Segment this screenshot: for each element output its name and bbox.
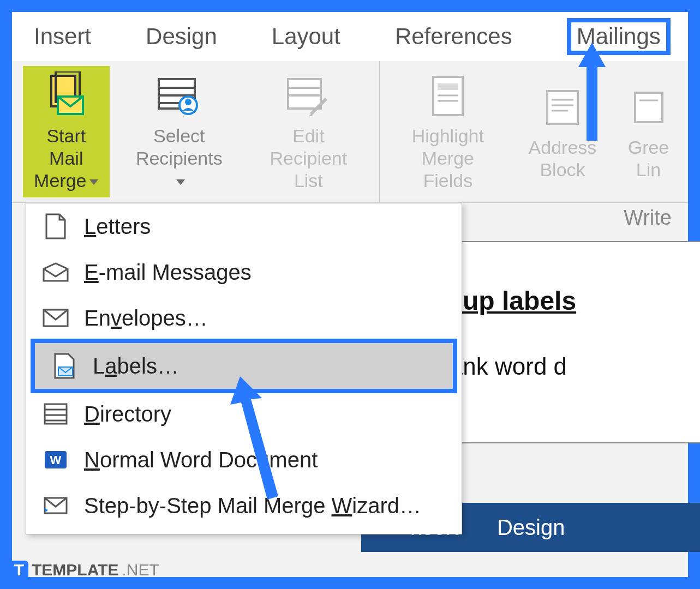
watermark-suffix: .NET (122, 561, 159, 579)
ribbon-group-write: Highlight Merge Fields Address Block Gre… (380, 61, 688, 202)
tab-references[interactable]: References (395, 23, 512, 50)
edit-recipient-list-button: Edit Recipient List (249, 66, 368, 197)
svg-marker-35 (230, 376, 278, 500)
menu-letters-label: Letters (84, 214, 151, 239)
svg-text:W: W (50, 453, 62, 467)
menu-letters[interactable]: Letters (26, 203, 462, 249)
annotation-arrow-labels (218, 376, 295, 502)
greeting-icon (624, 83, 673, 132)
start-mail-merge-button[interactable]: Start Mail Merge (23, 66, 110, 197)
svg-rect-9 (288, 79, 321, 109)
watermark: T TEMPLATE.NET (10, 561, 159, 579)
menu-labels-label: Labels… (93, 354, 179, 378)
menu-envelopes[interactable]: Envelopes… (26, 295, 462, 341)
tab2-design[interactable]: Design (497, 515, 565, 540)
tab-layout[interactable]: Layout (272, 23, 340, 50)
envelope-icon (43, 305, 69, 331)
watermark-brand: TEMPLATE (32, 561, 118, 579)
greeting-line-label: Gree Lin (628, 136, 669, 181)
menu-email[interactable]: E-mail Messages (26, 249, 462, 295)
email-icon (43, 259, 69, 285)
menu-envelopes-label: Envelopes… (84, 306, 208, 330)
svg-rect-15 (438, 83, 458, 90)
highlight-merge-fields-button: Highlight Merge Fields (391, 66, 505, 197)
directory-icon (43, 401, 69, 427)
ribbon-group-label: Write (624, 206, 672, 230)
svg-point-8 (185, 99, 192, 105)
tab-insert[interactable]: Insert (34, 23, 91, 50)
ribbon-group-mailmerge: Start Mail Merge Select Recipients (12, 61, 380, 202)
labels-icon (51, 353, 77, 379)
select-recipients-label: Select Recipients (130, 125, 228, 191)
greeting-line-button: Gree Lin (620, 77, 677, 187)
word-icon: W (43, 447, 69, 473)
svg-marker-34 (578, 43, 606, 141)
start-mail-merge-label: Start Mail Merge (27, 125, 105, 191)
address-block-label: Address Block (529, 136, 597, 181)
edit-list-icon (284, 71, 333, 121)
tab-design[interactable]: Design (146, 23, 217, 50)
annotation-arrow-mailings (573, 43, 611, 141)
svg-rect-22 (635, 93, 662, 122)
watermark-logo-icon: T (10, 561, 28, 579)
recipients-icon (154, 71, 204, 121)
highlight-icon (423, 71, 472, 121)
select-recipients-button[interactable]: Select Recipients (126, 66, 232, 197)
edit-recipient-list-label: Edit Recipient List (253, 125, 364, 191)
wizard-icon (43, 492, 69, 519)
mail-merge-icon (41, 71, 91, 121)
menu-email-label: E-mail Messages (84, 260, 252, 285)
letter-icon (43, 213, 69, 239)
highlight-merge-fields-label: Highlight Merge Fields (395, 125, 501, 191)
menu-directory-label: Directory (84, 402, 171, 426)
